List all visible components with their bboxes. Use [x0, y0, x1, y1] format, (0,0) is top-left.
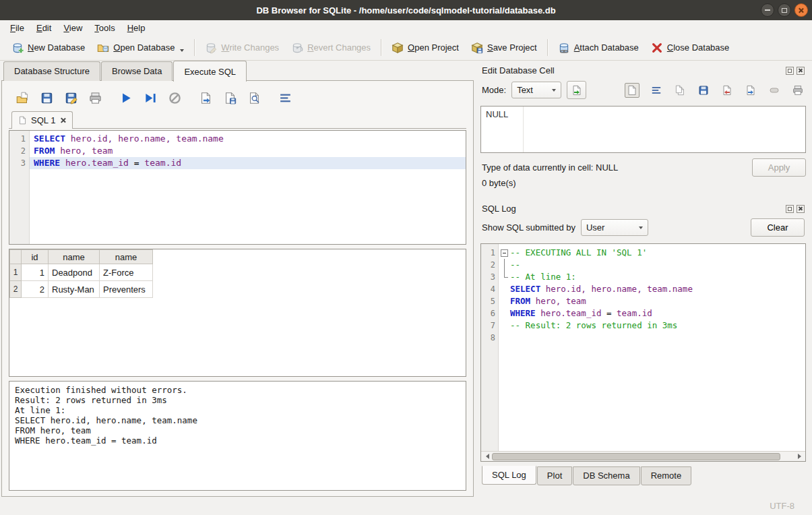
import-cell-button[interactable]: [720, 84, 734, 97]
save-sql-file-button[interactable]: [38, 90, 55, 106]
log-filter-select[interactable]: User: [581, 219, 648, 236]
editor-line-text: SELECT hero.id, hero.name, team.name: [30, 133, 466, 145]
open-project-button[interactable]: Open Project: [385, 38, 465, 57]
print-button[interactable]: [87, 90, 103, 106]
menu-file[interactable]: File: [4, 22, 30, 34]
export-results-button[interactable]: [197, 90, 214, 106]
cell-id[interactable]: 1: [22, 264, 49, 281]
cell-name[interactable]: Rusty-Man: [49, 281, 100, 298]
close-database-icon: [651, 42, 663, 54]
execute-current-line-button[interactable]: [142, 90, 158, 106]
close-panel-icon[interactable]: [797, 67, 805, 75]
column-header-name2[interactable]: name: [100, 250, 153, 264]
menu-help[interactable]: Help: [121, 22, 152, 34]
cell-editor[interactable]: NULL: [480, 106, 806, 153]
tab-plot[interactable]: Plot: [537, 466, 572, 485]
print-icon: [89, 92, 102, 104]
export-cell-button[interactable]: [744, 84, 757, 97]
sql-tab[interactable]: SQL 1: [11, 111, 73, 129]
execute-current-line-icon: [144, 92, 157, 104]
tab-execute-sql[interactable]: Execute SQL: [173, 61, 247, 82]
row-header[interactable]: 1: [10, 264, 22, 281]
save-sql-file-as-button[interactable]: [63, 90, 79, 106]
chevron-down-icon: [552, 89, 556, 92]
cell-team[interactable]: Preventers: [100, 281, 153, 298]
close-button[interactable]: [794, 3, 808, 17]
row-header[interactable]: 2: [10, 281, 22, 298]
execute-sql-toolbar: [9, 86, 466, 109]
edit-cell-title: Edit Database Cell: [482, 65, 555, 75]
maximize-button[interactable]: [778, 3, 791, 17]
scrollbar-thumb[interactable]: [492, 453, 780, 460]
cell-team[interactable]: Z-Force: [100, 264, 153, 281]
results-header-row: id name name: [10, 250, 153, 264]
save-cell-button[interactable]: [697, 84, 710, 97]
word-wrap-cell-button[interactable]: [650, 84, 663, 97]
cell-name[interactable]: Deadpond: [49, 264, 100, 281]
write-changes-button[interactable]: Write Changes: [199, 38, 285, 57]
minimize-button[interactable]: [761, 3, 774, 17]
table-row: 2 2 Rusty-Man Preventers: [10, 281, 153, 298]
word-wrap-button[interactable]: [277, 90, 293, 106]
print-cell-button[interactable]: [791, 84, 805, 97]
attach-database-icon: [558, 42, 570, 54]
close-database-button[interactable]: Close Database: [645, 38, 736, 57]
menu-tools[interactable]: Tools: [88, 22, 121, 34]
find-replace-button[interactable]: [246, 90, 262, 106]
attach-database-button[interactable]: Attach Database: [552, 38, 645, 57]
tab-remote[interactable]: Remote: [641, 466, 692, 485]
set-null-icon: [769, 85, 780, 96]
log-hscrollbar[interactable]: [481, 451, 805, 461]
clear-log-button[interactable]: Clear: [751, 218, 805, 237]
close-panel-icon[interactable]: [797, 205, 805, 213]
set-null-button[interactable]: [768, 84, 781, 97]
export-results-icon: [199, 92, 212, 104]
float-panel-icon[interactable]: [786, 205, 794, 213]
scroll-right-icon[interactable]: [794, 452, 804, 461]
new-database-button[interactable]: New Database: [5, 38, 91, 57]
revert-changes-button[interactable]: Revert Changes: [285, 38, 377, 57]
tab-sql-log[interactable]: SQL Log: [482, 466, 536, 485]
text-mode-button[interactable]: [625, 83, 639, 98]
stop-button[interactable]: [166, 90, 183, 106]
fold-collapse-icon[interactable]: [499, 247, 509, 259]
print-icon: [792, 85, 803, 96]
column-header-id[interactable]: id: [22, 250, 49, 264]
copy-cell-button[interactable]: [673, 84, 687, 97]
tab-browse-data[interactable]: Browse Data: [101, 61, 173, 81]
fold-guide: [499, 271, 509, 283]
maximize-icon: [782, 8, 787, 13]
tab-database-structure[interactable]: Database Structure: [3, 61, 100, 81]
close-sql-tab-icon[interactable]: [59, 117, 66, 124]
editor-current-line-text: WHERE hero.team_id = team.id: [30, 157, 466, 169]
scroll-left-icon[interactable]: [482, 452, 492, 461]
sql-editor[interactable]: 1 SELECT hero.id, hero.name, team.name 2…: [9, 130, 466, 245]
open-database-dropdown-icon[interactable]: [180, 49, 184, 52]
apply-data-button[interactable]: [567, 81, 586, 99]
float-panel-icon[interactable]: [786, 67, 794, 75]
save-project-button[interactable]: Save Project: [465, 38, 543, 57]
menu-edit[interactable]: Edit: [30, 22, 57, 34]
app-window: DB Browser for SQLite - /home/user/code/…: [0, 0, 812, 515]
sql-log-view[interactable]: 1-- EXECUTING ALL IN 'SQL 1' 2-- 3-- At …: [480, 243, 806, 462]
chevron-down-icon: [639, 226, 643, 229]
open-database-button[interactable]: Open Database: [91, 38, 190, 57]
fold-guide: [499, 259, 509, 271]
cell-id[interactable]: 2: [22, 281, 49, 298]
save-results-view-button[interactable]: [222, 90, 238, 106]
open-sql-file-button[interactable]: [14, 90, 30, 106]
line-number: 2: [9, 145, 30, 157]
mode-select[interactable]: Text: [511, 82, 561, 98]
execution-message[interactable]: Execution finished without errors. Resul…: [9, 381, 466, 491]
tab-db-schema[interactable]: DB Schema: [573, 466, 639, 485]
toolbar-separator: [194, 39, 195, 56]
execute-all-button[interactable]: [118, 90, 134, 106]
results-corner[interactable]: [10, 250, 22, 264]
menu-view[interactable]: View: [57, 22, 88, 34]
results-grid[interactable]: id name name 1 1 Deadpond Z-Force 2 2 Ru…: [9, 249, 466, 377]
apply-button[interactable]: Apply: [752, 158, 806, 177]
column-header-name[interactable]: name: [49, 250, 100, 264]
window-controls: [761, 3, 808, 17]
toolbar-separator: [381, 39, 381, 56]
edit-cell-toolbar: Mode: Text: [480, 78, 806, 106]
